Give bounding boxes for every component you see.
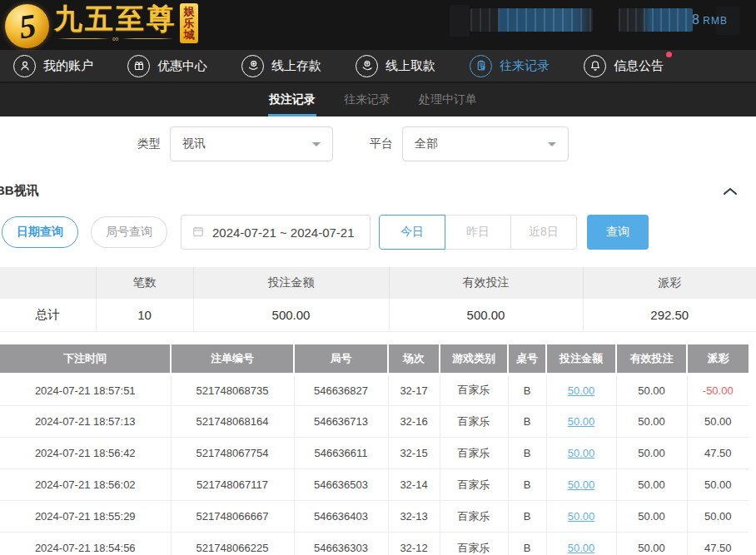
gift-icon (127, 55, 150, 77)
date-range-input[interactable]: 2024-07-21 ~ 2024-07-21 (181, 215, 371, 250)
order-id-cell: 521748068735 (171, 374, 294, 406)
blurred-account-fragment (450, 5, 470, 37)
session-cell: 32-12 (388, 533, 440, 555)
round-query-button[interactable]: 局号查询 (91, 216, 167, 248)
valid-bet-cell: 50.00 (616, 374, 687, 406)
table-no-cell: B (508, 469, 546, 501)
nav-item-promotions[interactable]: 优惠中心 (127, 55, 207, 77)
table-row: 2024-07-21 18:54:56 521748066225 5466363… (0, 533, 749, 555)
nav-item-records[interactable]: 往来记录 (470, 55, 550, 77)
calendar-icon (191, 225, 205, 240)
tab-bet-records[interactable]: 投注记录 (268, 83, 316, 116)
table-no-cell: B (508, 406, 546, 438)
bet-amount-link[interactable]: 50.00 (568, 478, 595, 491)
chevron-down-icon (548, 142, 556, 146)
bet-amount-link[interactable]: 50.00 (568, 510, 595, 523)
order-id-cell: 521748066667 (171, 501, 294, 533)
filter-row: 类型 视讯 平台 全部 (0, 123, 756, 165)
round-id-cell: 546636827 (294, 374, 388, 406)
flourish-line-right (122, 38, 174, 39)
table-no-cell: B (508, 374, 546, 406)
game-type-cell: 百家乐 (440, 501, 508, 533)
bet-amount-link[interactable]: 50.00 (568, 415, 595, 428)
bet-amount-link[interactable]: 50.00 (568, 384, 595, 397)
col-payout: 派彩 (687, 344, 749, 374)
bell-icon (584, 55, 606, 77)
session-cell: 32-15 (388, 438, 440, 469)
summary-total-bet: 500.00 (193, 299, 389, 331)
table-header-row: 下注时间 注单编号 局号 场次 游戏类别 桌号 投注金额 有效投注 派彩 (0, 344, 749, 374)
summary-header-empty (0, 267, 96, 299)
game-type-cell: 百家乐 (440, 374, 508, 406)
table-row: 2024-07-21 18:57:13 521748068164 5466367… (0, 406, 749, 438)
nav-item-deposit[interactable]: 线上存款 (241, 55, 321, 77)
summary-total-count: 10 (96, 299, 193, 331)
yesterday-button[interactable]: 昨日 (445, 215, 511, 250)
bet-amount-link[interactable]: 50.00 (568, 447, 595, 459)
session-cell: 32-16 (388, 406, 440, 438)
round-id-cell: 546636611 (294, 438, 388, 469)
bet-amount-link[interactable]: 50.00 (568, 542, 595, 554)
logo-flourish: ∞ (57, 34, 174, 43)
table-row: 2024-07-21 18:57:51 521748068735 5466368… (0, 374, 749, 406)
user-icon (13, 55, 36, 77)
col-bet-time: 下注时间 (0, 344, 171, 374)
payout-cell: 47.50 (687, 533, 749, 555)
type-select[interactable]: 视讯 (170, 126, 333, 161)
tab-label: 投注记录 (269, 92, 316, 107)
today-button[interactable]: 今日 (379, 215, 445, 250)
balance-currency: RMB (703, 15, 728, 27)
col-valid-bet: 有效投注 (616, 344, 687, 374)
main-nav: 我的账户 优惠中心 线上存款 线上取款 往来记录 信息公告 (0, 50, 756, 83)
nav-label: 线上存款 (271, 58, 321, 74)
nav-label: 往来记录 (500, 58, 550, 74)
bet-time-cell: 2024-07-21 18:57:51 (0, 374, 171, 406)
notification-dot (666, 52, 672, 57)
type-select-value: 视讯 (182, 136, 206, 151)
platform-select[interactable]: 全部 (402, 126, 569, 161)
nav-label: 优惠中心 (157, 58, 207, 74)
payout-cell: 50.00 (687, 469, 749, 501)
date-query-button[interactable]: 日期查询 (2, 216, 78, 248)
col-round-id: 局号 (294, 344, 388, 374)
sub-tabbar: 投注记录 往来记录 处理中订单 (0, 83, 756, 116)
nav-item-withdraw[interactable]: 线上取款 (356, 55, 435, 77)
summary-total-row: 总计 10 500.00 500.00 292.50 (0, 299, 756, 331)
session-cell: 32-13 (388, 501, 440, 533)
tab-pending-orders[interactable]: 处理中订单 (418, 83, 478, 116)
last8days-label: 近8日 (529, 225, 559, 240)
site-logo[interactable]: 5 九五至尊 ∞ 娱乐城 (0, 2, 198, 48)
order-id-cell: 521748067754 (171, 438, 294, 469)
valid-bet-cell: 50.00 (616, 406, 687, 438)
summary-total-label: 总计 (0, 299, 96, 331)
tab-label: 处理中订单 (419, 92, 477, 107)
game-type-cell: 百家乐 (440, 438, 508, 469)
nav-item-my-account[interactable]: 我的账户 (13, 55, 93, 77)
last8days-button[interactable]: 近8日 (510, 215, 577, 250)
payout-cell: 50.00 (687, 501, 749, 533)
blurred-account-name (470, 8, 593, 32)
session-cell: 32-17 (388, 374, 440, 406)
col-game-type: 游戏类别 (440, 344, 508, 374)
search-label: 查询 (606, 225, 629, 240)
records-icon (470, 55, 492, 77)
search-button[interactable]: 查询 (587, 215, 649, 250)
bet-time-cell: 2024-07-21 18:57:13 (0, 406, 171, 438)
logo-text-wrap: 九五至尊 ∞ (54, 2, 177, 45)
logo-title: 九五至尊 (54, 2, 177, 35)
col-table-no: 桌号 (508, 344, 546, 374)
date-range-value: 2024-07-21 ~ 2024-07-21 (212, 225, 355, 240)
section-header: BB视讯 (0, 183, 756, 200)
round-id-cell: 546636713 (294, 406, 388, 438)
col-session: 场次 (388, 344, 440, 374)
section-title: BB视讯 (0, 183, 39, 197)
nav-item-announcements[interactable]: 信息公告 (584, 55, 664, 77)
platform-select-value: 全部 (415, 136, 438, 151)
summary-table: 笔数 投注金额 有效投注 派彩 总计 10 500.00 500.00 292.… (0, 267, 756, 332)
tab-transaction-records[interactable]: 往来记录 (343, 83, 391, 116)
bet-time-cell: 2024-07-21 18:56:02 (0, 469, 171, 501)
chevron-up-icon[interactable] (723, 185, 738, 200)
summary-header-count: 笔数 (96, 267, 193, 299)
summary-total-valid: 500.00 (389, 299, 583, 331)
table-no-cell: B (508, 501, 546, 533)
